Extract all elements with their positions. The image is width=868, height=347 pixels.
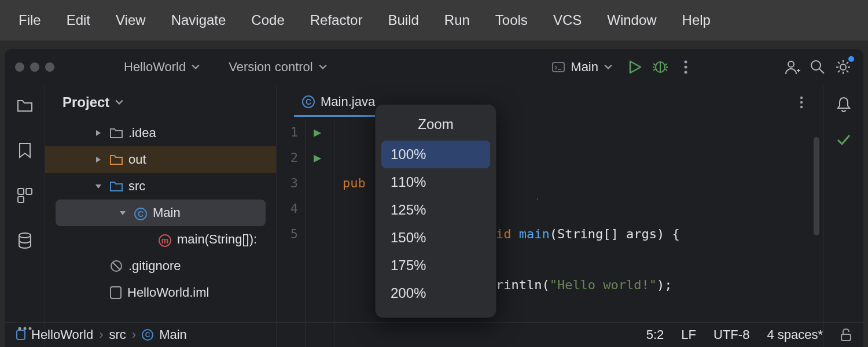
indent-setting[interactable]: 4 spaces* — [767, 327, 823, 342]
debug-button[interactable] — [650, 57, 670, 77]
chevron-down-icon[interactable] — [115, 98, 123, 106]
crumb[interactable]: src — [109, 327, 126, 342]
database-icon — [18, 232, 32, 249]
vcs-dropdown[interactable]: Version control — [229, 60, 327, 75]
structure-icon — [17, 188, 32, 203]
window-controls[interactable] — [15, 62, 54, 72]
iml-icon — [110, 286, 122, 299]
run-config-label: Main — [571, 60, 598, 75]
tree-label: main(String[]): — [177, 232, 257, 247]
statusbar: HelloWorld › src › C Main 5:2 LF UTF-8 4… — [5, 322, 863, 347]
tab-label: Main.java — [321, 94, 375, 109]
menu-run[interactable]: Run — [432, 8, 483, 33]
tree-arrow-icon[interactable] — [93, 183, 104, 190]
menubar: FileEditViewNavigateCodeRefactorBuildRun… — [0, 0, 868, 40]
minimize-dot-icon[interactable] — [30, 62, 39, 72]
structure-tool-button[interactable] — [15, 186, 35, 205]
search-button[interactable] — [808, 57, 827, 77]
play-icon — [627, 60, 642, 75]
tree-arrow-icon[interactable] — [117, 209, 128, 216]
more-vertical-icon — [800, 96, 803, 109]
chevron-right-icon: › — [132, 327, 136, 342]
menu-code[interactable]: Code — [238, 8, 297, 33]
gear-icon — [835, 59, 851, 75]
tree-label: .gitignore — [128, 259, 181, 274]
cursor-position[interactable]: 5:2 — [646, 327, 664, 342]
svg-rect-10 — [18, 197, 24, 202]
code-with-me-button[interactable] — [782, 57, 802, 77]
menu-vcs[interactable]: VCS — [540, 8, 594, 33]
tree-item[interactable]: mmain(String[]): — [45, 226, 276, 253]
line-separator[interactable]: LF — [681, 327, 696, 342]
crumb[interactable]: Main — [159, 327, 187, 342]
method-icon: m — [159, 232, 171, 247]
project-dropdown[interactable]: HelloWorld — [124, 60, 200, 75]
svg-point-7 — [840, 64, 846, 70]
menu-file[interactable]: File — [6, 8, 54, 33]
svg-point-18 — [800, 101, 803, 104]
tree-label: out — [128, 152, 146, 167]
svg-point-19 — [800, 106, 803, 108]
tree-arrow-icon[interactable] — [93, 156, 104, 163]
project-tree[interactable]: .ideaoutsrcCMainmmain(String[]):.gitigno… — [45, 120, 276, 347]
crumb[interactable]: HelloWorld — [31, 327, 93, 342]
project-panel: Project .ideaoutsrcCMainmmain(String[]):… — [45, 85, 277, 347]
maximize-dot-icon[interactable] — [45, 62, 54, 72]
encoding[interactable]: UTF-8 — [713, 327, 749, 342]
notifications-button[interactable] — [834, 94, 854, 114]
close-dot-icon[interactable] — [15, 62, 24, 72]
tree-label: .idea — [128, 125, 156, 141]
run-config-dropdown[interactable]: Main — [545, 56, 619, 78]
module-icon — [16, 330, 25, 340]
run-button[interactable] — [625, 57, 645, 77]
tree-arrow-icon[interactable] — [93, 130, 104, 136]
zoom-option[interactable]: 175% — [381, 252, 490, 279]
tree-item[interactable]: CMain — [56, 200, 266, 226]
folder-icon — [17, 98, 33, 112]
zoom-option[interactable]: 110% — [381, 168, 490, 196]
menu-help[interactable]: Help — [670, 8, 723, 33]
breadcrumbs[interactable]: HelloWorld › src › C Main — [16, 327, 187, 342]
zoom-option[interactable]: 125% — [381, 196, 490, 224]
tab-more-button[interactable] — [792, 93, 811, 112]
project-tool-button[interactable] — [15, 95, 35, 115]
folder-blue-icon — [110, 181, 123, 191]
zoom-popup: Zoom 100%110%125%150%175%200% — [375, 104, 496, 318]
tree-item[interactable]: HelloWorld.iml — [45, 279, 276, 306]
menu-navigate[interactable]: Navigate — [159, 8, 239, 33]
zoom-title: Zoom — [381, 110, 490, 141]
bookmarks-tool-button[interactable] — [15, 141, 35, 160]
menu-window[interactable]: Window — [594, 8, 669, 33]
class-icon: C — [302, 95, 315, 108]
chevron-down-icon — [192, 63, 200, 71]
lock-icon[interactable] — [840, 328, 852, 341]
zoom-option[interactable]: 100% — [381, 141, 490, 168]
svg-point-2 — [685, 61, 687, 64]
run-gutter[interactable]: ▶▶ — [306, 120, 334, 347]
tree-label: src — [128, 179, 145, 194]
tree-item[interactable]: src — [45, 173, 276, 200]
svg-rect-16 — [111, 287, 121, 298]
menu-refactor[interactable]: Refactor — [297, 8, 376, 33]
notification-dot-icon — [848, 56, 854, 62]
tree-item[interactable]: out — [45, 146, 276, 173]
inspection-ok[interactable] — [834, 130, 854, 150]
database-tool-button[interactable] — [15, 231, 35, 250]
settings-button[interactable] — [833, 57, 853, 77]
terminal-icon — [552, 61, 565, 73]
editor-tab[interactable]: C Main.java — [294, 88, 383, 117]
search-icon — [810, 60, 825, 75]
zoom-option[interactable]: 200% — [381, 279, 490, 307]
menu-view[interactable]: View — [103, 8, 159, 33]
svg-rect-8 — [18, 189, 24, 194]
zoom-option[interactable]: 150% — [381, 224, 490, 252]
tree-item[interactable]: .idea — [45, 120, 276, 146]
menu-build[interactable]: Build — [375, 8, 431, 33]
line-gutter[interactable]: 12345 — [277, 120, 306, 347]
editor[interactable]: C Main.java 12345 ▶▶ public class Main { — [277, 85, 823, 347]
more-actions-button[interactable] — [676, 57, 696, 77]
scrollbar-thumb[interactable] — [814, 137, 819, 235]
menu-tools[interactable]: Tools — [483, 8, 540, 33]
menu-edit[interactable]: Edit — [54, 8, 103, 33]
tree-item[interactable]: .gitignore — [45, 253, 276, 279]
